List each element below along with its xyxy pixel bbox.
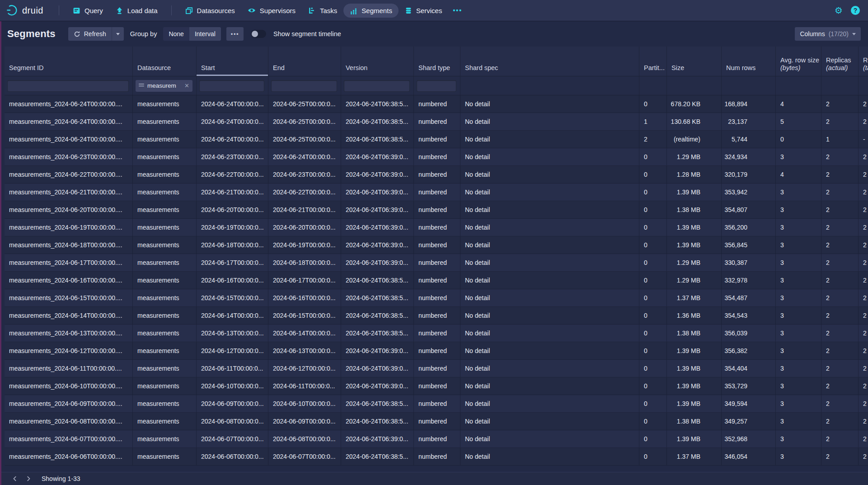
start-filter-input[interactable] <box>199 80 264 92</box>
shard-spec-column-header[interactable]: Shard spec <box>460 47 639 76</box>
size-cell[interactable]: 1.38 MB <box>667 325 722 342</box>
size-cell[interactable]: 1.39 MB <box>667 184 722 201</box>
avg-row-size-cell[interactable]: 3 <box>776 289 821 306</box>
end-cell[interactable]: 2024-06-07T00:00:0... <box>268 448 341 465</box>
segment-id-cell[interactable]: measurements_2024-06-24T00:00:00.... <box>5 95 133 113</box>
segment-id-cell[interactable]: measurements_2024-06-24T00:00:00.... <box>5 131 133 148</box>
datasource-column-header[interactable]: Datasource <box>133 47 197 76</box>
datasource-filter-chip[interactable]: measurem✕ <box>136 80 192 92</box>
shard-type-cell[interactable]: numbered <box>414 236 460 254</box>
version-cell[interactable]: 2024-06-24T06:38:5... <box>341 95 414 113</box>
nav-item-segments[interactable]: Segments <box>343 4 399 18</box>
shard-type-cell[interactable]: numbered <box>414 219 460 236</box>
partition-cell[interactable]: 0 <box>639 148 667 165</box>
shard-type-cell[interactable]: numbered <box>414 360 460 377</box>
avg-row-size-cell[interactable]: 3 <box>776 360 821 377</box>
nav-item-load-data[interactable]: Load data <box>109 4 164 18</box>
version-column-header[interactable]: Version <box>341 47 414 76</box>
start-cell[interactable]: 2024-06-14T00:00:0... <box>197 307 268 324</box>
start-cell[interactable]: 2024-06-13T00:00:0... <box>197 325 268 342</box>
datasource-cell[interactable]: measurements <box>133 289 197 306</box>
num-rows-cell[interactable]: 356,845 <box>722 236 776 254</box>
avg-row-size-cell[interactable]: 0 <box>776 131 821 148</box>
replicas-cell[interactable]: 2 <box>821 360 859 377</box>
table-row[interactable]: measurements_2024-06-08T00:00:00....meas… <box>5 413 868 430</box>
partition-cell[interactable]: 0 <box>639 377 667 395</box>
version-cell[interactable]: 2024-06-24T06:38:5... <box>341 307 414 324</box>
shard-spec-cell[interactable]: No detail <box>460 430 639 447</box>
end-cell[interactable]: 2024-06-25T00:00:0... <box>268 95 341 113</box>
version-cell[interactable]: 2024-06-24T06:39:0... <box>341 342 414 359</box>
shard-type-cell[interactable]: numbered <box>414 377 460 395</box>
partition-cell[interactable]: 2 <box>639 131 667 148</box>
end-filter-input[interactable] <box>271 80 337 92</box>
gear-icon[interactable]: ⚙ <box>835 6 843 15</box>
shard-spec-cell[interactable]: No detail <box>460 254 639 271</box>
size-cell[interactable]: 1.39 MB <box>667 360 722 377</box>
version-filter-input[interactable] <box>344 80 410 92</box>
partition-cell[interactable]: 0 <box>639 95 667 113</box>
replication-factor-cell[interactable]: 2 <box>859 377 868 395</box>
replicas-cell[interactable]: 2 <box>821 325 859 342</box>
segment-id-cell[interactable]: measurements_2024-06-24T00:00:00.... <box>5 113 133 130</box>
remove-filter-icon[interactable]: ✕ <box>184 82 189 89</box>
nav-more-button[interactable]: ••• <box>448 4 467 17</box>
partition-cell[interactable]: 0 <box>639 219 667 236</box>
replication-factor-cell[interactable]: 2 <box>859 395 868 412</box>
num-rows-cell[interactable]: 332,978 <box>722 272 776 289</box>
datasource-cell[interactable]: measurements <box>133 236 197 254</box>
avg-row-size-cell[interactable]: 3 <box>776 219 821 236</box>
replicas-cell[interactable]: 2 <box>821 184 859 201</box>
size-cell[interactable]: 1.29 MB <box>667 148 722 165</box>
next-page-button[interactable] <box>22 473 35 484</box>
size-cell[interactable]: 1.39 MB <box>667 342 722 359</box>
table-row[interactable]: measurements_2024-06-11T00:00:00....meas… <box>5 360 868 377</box>
table-row[interactable]: measurements_2024-06-06T00:00:00....meas… <box>5 448 868 466</box>
size-cell[interactable]: 1.39 MB <box>667 236 722 254</box>
datasource-cell[interactable]: measurements <box>133 219 197 236</box>
partition-cell[interactable]: 0 <box>639 395 667 412</box>
segment-id-cell[interactable]: measurements_2024-06-08T00:00:00.... <box>5 413 133 430</box>
partition-cell[interactable]: 0 <box>639 360 667 377</box>
segment-id-cell[interactable]: measurements_2024-06-21T00:00:00.... <box>5 184 133 201</box>
segment-id-column-header[interactable]: Segment ID <box>5 47 133 76</box>
shard-spec-cell[interactable]: No detail <box>460 377 639 395</box>
partition-cell[interactable]: 0 <box>639 448 667 465</box>
replicas-cell[interactable]: 1 <box>821 131 859 148</box>
num-rows-cell[interactable]: 5,744 <box>722 131 776 148</box>
datasource-cell[interactable]: measurements <box>133 95 197 113</box>
shard-type-cell[interactable]: numbered <box>414 430 460 447</box>
num-rows-cell[interactable]: 346,054 <box>722 448 776 465</box>
partition-cell[interactable]: 0 <box>639 184 667 201</box>
nav-item-supervisors[interactable]: Supervisors <box>241 3 302 18</box>
datasource-cell[interactable]: measurements <box>133 413 197 430</box>
shard-spec-cell[interactable]: No detail <box>460 166 639 183</box>
version-cell[interactable]: 2024-06-24T06:38:5... <box>341 131 414 148</box>
size-cell[interactable]: 1.29 MB <box>667 254 722 271</box>
num-rows-column-header[interactable]: Num rows <box>722 47 776 76</box>
table-row[interactable]: measurements_2024-06-24T00:00:00....meas… <box>5 131 868 148</box>
segment-id-cell[interactable]: measurements_2024-06-07T00:00:00.... <box>5 430 133 447</box>
table-row[interactable]: measurements_2024-06-09T00:00:00....meas… <box>5 395 868 413</box>
start-cell[interactable]: 2024-06-22T00:00:0... <box>197 166 268 183</box>
segment-id-cell[interactable]: measurements_2024-06-20T00:00:00.... <box>5 201 133 218</box>
shard-type-cell[interactable]: numbered <box>414 307 460 324</box>
replication-factor-cell[interactable]: 2 <box>859 219 868 236</box>
replicas-cell[interactable]: 2 <box>821 289 859 306</box>
start-cell[interactable]: 2024-06-21T00:00:0... <box>197 184 268 201</box>
version-cell[interactable]: 2024-06-24T06:39:0... <box>341 184 414 201</box>
shard-spec-cell[interactable]: No detail <box>460 113 639 130</box>
replication-factor-cell[interactable]: 2 <box>859 272 868 289</box>
num-rows-cell[interactable]: 349,594 <box>722 395 776 412</box>
num-rows-cell[interactable]: 354,807 <box>722 201 776 218</box>
partition-cell[interactable]: 0 <box>639 201 667 218</box>
table-row[interactable]: measurements_2024-06-15T00:00:00....meas… <box>5 289 868 307</box>
end-cell[interactable]: 2024-06-17T00:00:0... <box>268 272 341 289</box>
version-cell[interactable]: 2024-06-24T06:39:0... <box>341 430 414 447</box>
num-rows-cell[interactable]: 354,404 <box>722 360 776 377</box>
shard-type-cell[interactable]: numbered <box>414 448 460 465</box>
end-cell[interactable]: 2024-06-13T00:00:0... <box>268 342 341 359</box>
replicas-cell[interactable]: 2 <box>821 377 859 395</box>
replication-factor-cell[interactable]: 2 <box>859 307 868 324</box>
replication-factor-cell[interactable]: 2 <box>859 448 868 465</box>
